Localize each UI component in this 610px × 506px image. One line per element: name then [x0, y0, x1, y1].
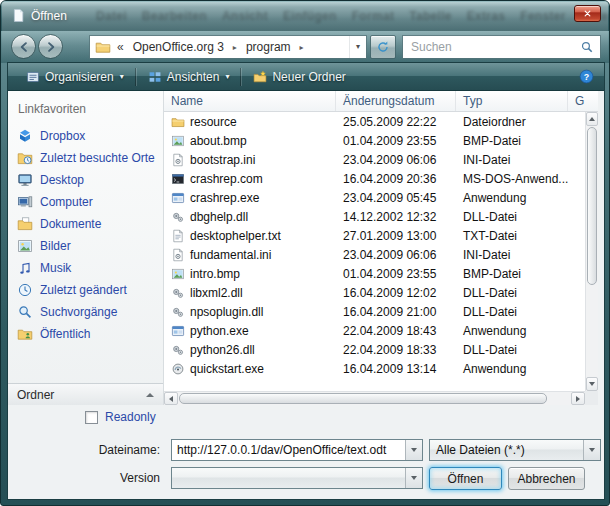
- documents-icon: [17, 216, 33, 232]
- sidebar-item[interactable]: Dropbox: [8, 125, 163, 147]
- horizontal-scroll-thumb[interactable]: [179, 393, 547, 404]
- breadcrumb-item[interactable]: OpenOffice.org 3: [129, 40, 228, 54]
- vertical-scrollbar[interactable]: [585, 112, 598, 391]
- sidebar-item[interactable]: Dokumente: [8, 213, 163, 235]
- background-menu-item: Format: [352, 9, 394, 23]
- file-type: BMP-Datei: [456, 267, 568, 281]
- column-header[interactable]: Name: [164, 91, 336, 111]
- readonly-checkbox[interactable]: [85, 411, 98, 424]
- version-dropdown[interactable]: [171, 467, 423, 489]
- sidebar-item[interactable]: Zuletzt geändert: [8, 279, 163, 301]
- file-type: DLL-Datei: [456, 210, 568, 224]
- file-row[interactable]: resource 25.05.2009 22:22 Dateiordner: [164, 112, 585, 131]
- folders-expander[interactable]: Ordner: [8, 383, 163, 405]
- folder-icon: [171, 115, 185, 129]
- sidebar-item[interactable]: Zuletzt besuchte Orte: [8, 147, 163, 169]
- chevron-right-icon[interactable]: ▸: [228, 43, 242, 52]
- sidebar-item-label: Zuletzt besuchte Orte: [40, 151, 155, 165]
- titlebar[interactable]: Öffnen DateiBearbeitenAnsichtEinfügenFor…: [1, 1, 609, 31]
- file-row[interactable]: quickstart.exe 16.04.2009 13:14 Anwendun…: [164, 359, 585, 378]
- file-row[interactable]: fundamental.ini 23.04.2009 06:06 INI-Dat…: [164, 245, 585, 264]
- sidebar-item[interactable]: Bilder: [8, 235, 163, 257]
- help-button[interactable]: ?: [579, 69, 595, 85]
- scroll-left-button[interactable]: [164, 392, 178, 405]
- views-button[interactable]: Ansichten ▾: [139, 66, 239, 88]
- file-date: 01.04.2009 23:55: [336, 267, 456, 281]
- file-name: crashrep.exe: [190, 191, 259, 205]
- sidebar-item[interactable]: Suchvorgänge: [8, 301, 163, 323]
- column-header[interactable]: Typ: [456, 91, 568, 111]
- dialog-client-area: Organisieren ▾ Ansichten ▾ Neuer Ordner …: [8, 63, 604, 499]
- file-row[interactable]: dbghelp.dll 14.12.2002 12:32 DLL-Datei: [164, 207, 585, 226]
- sidebar-item[interactable]: Desktop: [8, 169, 163, 191]
- dll-icon: [171, 343, 185, 357]
- folder-icon: [95, 39, 111, 55]
- svg-text:?: ?: [584, 72, 589, 82]
- dll-icon: [171, 305, 185, 319]
- filetype-dropdown-button[interactable]: [583, 440, 600, 460]
- column-header[interactable]: G: [568, 91, 598, 111]
- search-input[interactable]: [403, 40, 576, 54]
- scroll-up-button[interactable]: [586, 112, 598, 126]
- vertical-scroll-thumb[interactable]: [587, 127, 597, 285]
- file-date: 23.04.2009 05:45: [336, 191, 456, 205]
- forward-button[interactable]: [38, 34, 63, 59]
- file-date: 16.04.2009 13:14: [336, 362, 456, 376]
- sidebar-item-label: Suchvorgänge: [40, 305, 117, 319]
- file-row[interactable]: intro.bmp 01.04.2009 23:55 BMP-Datei: [164, 264, 585, 283]
- sidebar-item-label: Desktop: [40, 173, 84, 187]
- address-dropdown-button[interactable]: ▾: [349, 36, 366, 58]
- readonly-label[interactable]: Readonly: [105, 410, 156, 424]
- file-type: Anwendung: [456, 191, 568, 205]
- ini-icon: [171, 248, 185, 262]
- file-row[interactable]: python26.dll 22.04.2009 18:33 DLL-Datei: [164, 340, 585, 359]
- sidebar-item-label: Musik: [40, 261, 71, 275]
- filename-input[interactable]: [172, 440, 405, 460]
- organize-button[interactable]: Organisieren ▾: [17, 66, 133, 88]
- file-row[interactable]: libxml2.dll 16.04.2009 12:02 DLL-Datei: [164, 283, 585, 302]
- file-name: fundamental.ini: [190, 248, 271, 262]
- new-folder-button[interactable]: Neuer Ordner: [244, 66, 354, 88]
- address-breadcrumb[interactable]: « OpenOffice.org 3▸program▸ ▾: [89, 35, 367, 59]
- background-menu-item: Datei: [96, 9, 127, 23]
- horizontal-scrollbar[interactable]: [164, 391, 585, 405]
- organize-icon: [26, 70, 40, 84]
- cancel-button[interactable]: Abbrechen: [508, 467, 585, 490]
- refresh-button[interactable]: [370, 35, 396, 59]
- file-row[interactable]: about.bmp 01.04.2009 23:55 BMP-Datei: [164, 131, 585, 150]
- open-file-dialog: Öffnen DateiBearbeitenAnsichtEinfügenFor…: [0, 0, 610, 506]
- breadcrumb-collapse-chevron[interactable]: «: [111, 40, 129, 54]
- close-button[interactable]: [574, 5, 601, 22]
- scroll-down-button[interactable]: [586, 377, 598, 391]
- sidebar-item[interactable]: Musik: [8, 257, 163, 279]
- file-row[interactable]: desktophelper.txt 27.01.2009 13:00 TXT-D…: [164, 226, 585, 245]
- file-type: INI-Datei: [456, 248, 568, 262]
- column-header-row: NameÄnderungsdatumTypG: [164, 91, 598, 112]
- toolbar-separator: [240, 68, 242, 86]
- column-header[interactable]: Änderungsdatum: [336, 91, 456, 111]
- file-row[interactable]: crashrep.com 16.04.2009 20:36 MS-DOS-Anw…: [164, 169, 585, 188]
- file-row[interactable]: bootstrap.ini 23.04.2009 06:06 INI-Datei: [164, 150, 585, 169]
- chevron-right-icon[interactable]: ▸: [295, 43, 309, 52]
- file-type: Anwendung: [456, 324, 568, 338]
- filename-combobox: [171, 439, 423, 461]
- file-row[interactable]: crashrep.exe 23.04.2009 05:45 Anwendung: [164, 188, 585, 207]
- filename-dropdown-button[interactable]: [405, 440, 422, 460]
- scroll-right-button[interactable]: [571, 392, 585, 405]
- close-icon: [582, 8, 593, 19]
- filetype-dropdown[interactable]: Alle Dateien (*.*): [429, 439, 601, 461]
- breadcrumb-item[interactable]: program: [242, 40, 295, 54]
- file-row[interactable]: python.exe 22.04.2009 18:43 Anwendung: [164, 321, 585, 340]
- back-button[interactable]: [11, 34, 36, 59]
- app-icon: [171, 191, 185, 205]
- version-dropdown-button[interactable]: [405, 468, 422, 488]
- file-type: DLL-Datei: [456, 286, 568, 300]
- file-type: Dateiordner: [456, 115, 568, 129]
- open-button[interactable]: Öffnen: [429, 467, 502, 490]
- file-row[interactable]: npsoplugin.dll 16.04.2009 21:00 DLL-Date…: [164, 302, 585, 321]
- sidebar-item[interactable]: Öffentlich: [8, 323, 163, 345]
- recently-changed-icon: [17, 282, 33, 298]
- background-menubar: DateiBearbeitenAnsichtEinfügenFormatTabe…: [96, 9, 608, 23]
- file-type: DLL-Datei: [456, 305, 568, 319]
- sidebar-item[interactable]: Computer: [8, 191, 163, 213]
